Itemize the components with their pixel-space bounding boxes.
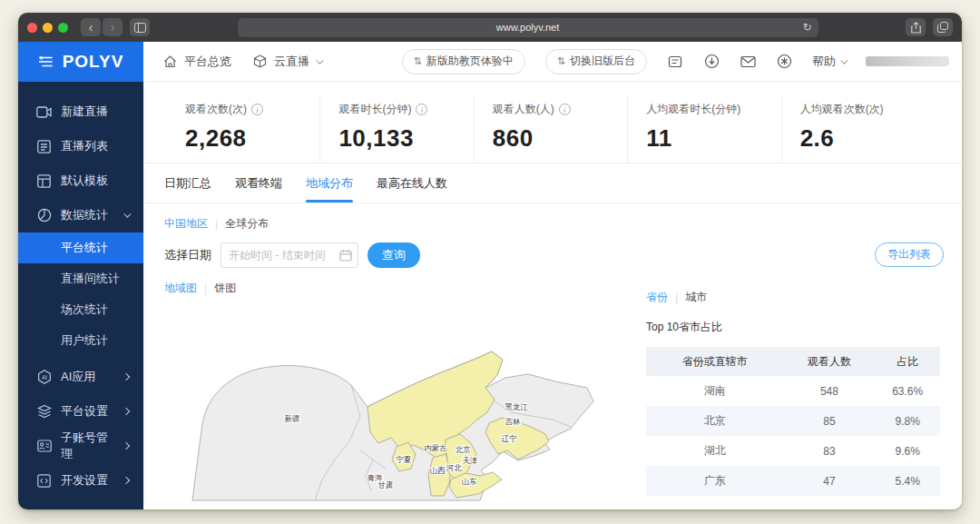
sidebar-item-subaccount[interactable]: 子账号管理 bbox=[18, 429, 143, 463]
new-assistant-page-button[interactable]: ⇅ 新版助教页体验中 bbox=[402, 49, 525, 74]
stat-view-count: 观看次数(次)i 2,268 bbox=[167, 94, 320, 163]
date-range-input[interactable] bbox=[220, 242, 358, 268]
toggle-city[interactable]: 城市 bbox=[685, 290, 707, 305]
sidebar-item-new-live[interactable]: 新建直播 bbox=[18, 94, 143, 129]
region-toggle: 中国地区 | 全球分布 bbox=[144, 216, 962, 232]
logo-text: POLYV bbox=[63, 52, 124, 72]
toggle-province[interactable]: 省份 bbox=[646, 290, 668, 305]
code-icon bbox=[36, 473, 52, 489]
sidebar-item-default-template[interactable]: 默认模板 bbox=[18, 163, 143, 198]
back-button[interactable]: ‹ bbox=[81, 18, 101, 36]
province-city-toggle: 省份 | 城市 bbox=[646, 290, 940, 305]
divider: | bbox=[675, 292, 678, 304]
sidebar-item-ai-apps[interactable]: AI AI应用 bbox=[18, 360, 143, 394]
mail-icon[interactable] bbox=[740, 54, 756, 70]
help-menu[interactable]: 帮助 bbox=[812, 54, 846, 70]
sidebar-subitem-platform-stats[interactable]: 平台统计 bbox=[18, 232, 143, 263]
nav-product-switcher[interactable]: 云直播 bbox=[251, 54, 321, 70]
url-bar[interactable]: www.polyv.net ↻ bbox=[238, 18, 818, 37]
sidebar-subitem-user-stats[interactable]: 用户统计 bbox=[18, 325, 143, 356]
table-row: 湖北 83 9.6% bbox=[646, 436, 940, 466]
new-assistant-page-label: 新版助教页体验中 bbox=[426, 54, 514, 69]
ai-icon: AI bbox=[36, 370, 52, 385]
download-icon[interactable] bbox=[703, 54, 720, 70]
logo[interactable]: POLYV bbox=[18, 42, 143, 82]
col-province: 省份或直辖市 bbox=[646, 347, 783, 376]
nav-platform-overview[interactable]: 平台总览 bbox=[162, 54, 231, 70]
info-icon[interactable]: i bbox=[416, 104, 427, 115]
nav-product-label: 云直播 bbox=[274, 54, 309, 70]
cell-province: 湖南 bbox=[646, 376, 783, 406]
cell-ratio: 9.8% bbox=[875, 406, 940, 436]
map-label: 黑龙江 bbox=[505, 402, 528, 411]
tab-max-online[interactable]: 最高在线人数 bbox=[377, 163, 447, 203]
account-name[interactable] bbox=[866, 56, 949, 66]
forward-button[interactable]: › bbox=[103, 18, 122, 36]
col-viewers: 观看人数 bbox=[783, 347, 875, 376]
tab-date-summary[interactable]: 日期汇总 bbox=[164, 163, 211, 203]
table-row: 北京 85 9.8% bbox=[646, 406, 940, 436]
switch-old-console-button[interactable]: ⇅ 切换旧版后台 bbox=[545, 49, 647, 74]
cell-viewers: 85 bbox=[783, 406, 875, 436]
cell-province: 湖北 bbox=[646, 436, 783, 466]
view-toggle: 地域图 | 饼图 bbox=[164, 281, 646, 296]
sidebar-subitem-room-stats[interactable]: 直播间统计 bbox=[18, 263, 143, 294]
export-list-button[interactable]: 导出列表 bbox=[875, 242, 944, 267]
cell-ratio: 63.6% bbox=[875, 376, 940, 406]
sidebar-item-label: AI应用 bbox=[61, 369, 114, 385]
docs-icon[interactable] bbox=[667, 54, 683, 70]
query-button[interactable]: 查询 bbox=[368, 242, 420, 268]
table-row: 广东 47 5.4% bbox=[646, 466, 940, 496]
china-map[interactable]: 新疆 内蒙古 黑龙江 吉林 辽宁 北京 天津 宁夏 山西 河北 山东 青海 bbox=[179, 332, 646, 509]
toggle-china-region[interactable]: 中国地区 bbox=[164, 216, 208, 232]
info-icon[interactable]: i bbox=[251, 104, 263, 115]
menu-collapse-icon[interactable] bbox=[38, 54, 54, 70]
reload-icon[interactable]: ↻ bbox=[802, 21, 811, 34]
sidebar-item-label: 数据统计 bbox=[61, 207, 114, 223]
info-icon[interactable]: i bbox=[559, 104, 571, 115]
tab-bar: 日期汇总 观看终端 地域分布 最高在线人数 bbox=[144, 163, 962, 203]
map-label: 宁夏 bbox=[397, 455, 412, 464]
toggle-pie-view[interactable]: 饼图 bbox=[214, 281, 236, 296]
tabs-overview-icon[interactable] bbox=[933, 18, 953, 36]
stats-row: 观看次数(次)i 2,268 观看时长(分钟)i 10,133 观看人数(人)i… bbox=[144, 82, 962, 163]
sidebar-subitem-label: 平台统计 bbox=[61, 240, 108, 256]
map-label: 新疆 bbox=[285, 414, 301, 423]
sidebar-item-platform-settings[interactable]: 平台设置 bbox=[18, 394, 143, 429]
switch-old-console-label: 切换旧版后台 bbox=[570, 54, 635, 69]
sidebar-item-data-stats[interactable]: 数据统计 bbox=[18, 198, 143, 232]
cube-icon bbox=[251, 54, 268, 70]
sidebar-toggle-icon[interactable] bbox=[130, 18, 150, 36]
sidebar-subitem-label: 用户统计 bbox=[61, 332, 108, 349]
sidebar: 新建直播 直播列表 默认模板 数据统计 bbox=[18, 82, 143, 509]
share-icon[interactable] bbox=[906, 18, 926, 36]
sidebar-subitem-session-stats[interactable]: 场次统计 bbox=[18, 294, 143, 325]
toggle-map-view[interactable]: 地域图 bbox=[164, 281, 197, 296]
stat-view-duration: 观看时长(分钟)i 10,133 bbox=[320, 94, 474, 163]
tab-view-terminal[interactable]: 观看终端 bbox=[235, 163, 282, 203]
id-card-icon bbox=[36, 439, 52, 454]
app-header: POLYV 平台总览 云直播 ⇅ 新版助教页体验中 ⇅ bbox=[18, 42, 962, 82]
table-row: 湖南 548 63.6% bbox=[646, 376, 940, 406]
filter-row: 选择日期 查询 导出列表 bbox=[144, 242, 962, 268]
map-label: 天津 bbox=[463, 456, 478, 465]
sidebar-subitem-label: 场次统计 bbox=[61, 302, 108, 318]
map-label: 山东 bbox=[462, 477, 478, 486]
cell-viewers: 83 bbox=[783, 436, 875, 466]
stat-value: 2,268 bbox=[185, 124, 319, 153]
credits-icon[interactable] bbox=[776, 54, 792, 70]
chevron-right-icon bbox=[122, 477, 130, 484]
minimize-window-button[interactable] bbox=[43, 23, 53, 33]
chevron-right-icon bbox=[122, 442, 130, 450]
tab-region-distribution[interactable]: 地域分布 bbox=[306, 163, 353, 203]
toggle-global[interactable]: 全球分布 bbox=[225, 216, 269, 232]
col-ratio: 占比 bbox=[875, 347, 940, 376]
sidebar-item-live-list[interactable]: 直播列表 bbox=[18, 129, 143, 163]
close-window-button[interactable] bbox=[27, 23, 37, 33]
sidebar-item-dev-settings[interactable]: 开发设置 bbox=[18, 463, 143, 498]
calendar-icon[interactable] bbox=[339, 249, 352, 265]
cell-province: 广东 bbox=[646, 466, 783, 496]
sidebar-subitem-label: 直播间统计 bbox=[61, 271, 120, 287]
map-label: 甘肃 bbox=[378, 480, 395, 489]
zoom-window-button[interactable] bbox=[58, 23, 68, 33]
